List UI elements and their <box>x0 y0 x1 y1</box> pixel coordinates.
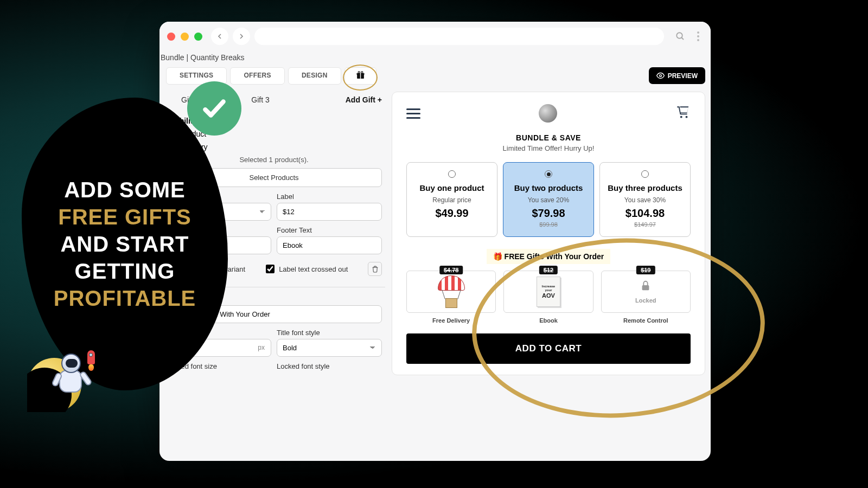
parachute-icon <box>438 275 465 308</box>
title-font-style-label: Title font style <box>277 329 382 337</box>
gift-name: Ebook <box>503 317 593 324</box>
close-window-icon[interactable] <box>167 33 175 41</box>
delete-button[interactable] <box>368 262 382 276</box>
free-gifts-banner: 🎁 FREE Gifts With Your Order <box>487 249 611 264</box>
gift-name: Free Delivery <box>406 317 496 324</box>
card-price: $49.99 <box>411 207 493 220</box>
svg-point-7 <box>659 75 661 77</box>
eye-icon <box>656 72 665 80</box>
sub-tab-gift-3[interactable]: Gift 3 <box>249 92 271 107</box>
cart-icon[interactable] <box>675 105 691 121</box>
title-font-style-select[interactable]: Bold <box>277 339 382 357</box>
card-sub: Regular price <box>411 196 493 204</box>
gift-item-3: $19 Locked Remote Control <box>601 271 691 324</box>
svg-rect-4 <box>360 73 360 79</box>
gift-item-2: $12 IncreaseyourAOV Ebook <box>503 271 593 324</box>
card-sub: You save 30% <box>604 196 686 204</box>
crossed-out-label: Label text crossed out <box>279 265 348 273</box>
footer-text-input[interactable] <box>277 236 382 254</box>
book-icon: IncreaseyourAOV <box>537 277 560 307</box>
back-button[interactable] <box>211 28 228 45</box>
bundle-card-3[interactable]: Buy three products You save 30% $104.98 … <box>599 162 691 237</box>
price-tag: $4.78 <box>439 266 463 274</box>
label-input[interactable] <box>277 203 382 221</box>
price-tag: $12 <box>539 266 558 274</box>
add-to-cart-button[interactable]: ADD TO CART <box>406 333 691 364</box>
bundle-card-2[interactable]: Buy two products You save 20% $79.98 $99… <box>503 162 594 237</box>
footer-text-label: Footer Text <box>277 226 382 234</box>
bundle-card-1[interactable]: Buy one product Regular price $49.99 <box>406 162 497 237</box>
tab-design[interactable]: DESIGN <box>288 67 341 85</box>
page-title: Bundle | Quantity Breaks <box>159 51 711 67</box>
radio-product[interactable]: Product <box>166 130 382 138</box>
card-title: Buy one product <box>411 183 493 193</box>
gift-item-1: $4.78 Free Delivery <box>406 271 496 324</box>
check-badge-icon <box>187 81 241 136</box>
gift-icon <box>356 70 365 80</box>
crossed-out-checkbox[interactable] <box>266 265 275 273</box>
headline-text: ADD SOME FREE GIFTS AND START GETTING PR… <box>54 176 196 312</box>
card-title: Buy three products <box>604 183 686 193</box>
forward-button[interactable] <box>233 28 250 45</box>
logo-icon <box>539 104 557 123</box>
mascot-illustration <box>27 347 103 412</box>
svg-rect-10 <box>642 285 649 290</box>
radio-icon <box>641 170 649 178</box>
main-tabs: SETTINGS OFFERS DESIGN <box>166 67 376 85</box>
preview-button[interactable]: PREVIEW <box>649 67 705 84</box>
svg-point-0 <box>676 33 682 38</box>
locked-font-style-label: Locked font style <box>277 362 382 370</box>
card-strike: $99.98 <box>508 221 589 228</box>
menu-icon[interactable] <box>406 108 420 119</box>
browser-window: Bundle | Quantity Breaks SETTINGS OFFERS… <box>159 22 711 461</box>
tab-offers[interactable]: OFFERS <box>230 67 284 85</box>
price-tag: $19 <box>636 266 655 274</box>
tab-gifts[interactable] <box>344 67 376 85</box>
card-price: $79.98 <box>508 207 589 220</box>
bundle-subtitle: Limited Time Offer! Hurry Up! <box>406 144 691 152</box>
card-title: Buy two products <box>508 183 589 193</box>
radio-icon <box>448 170 456 178</box>
svg-point-9 <box>686 116 688 118</box>
minimize-window-icon[interactable] <box>181 33 189 41</box>
maximize-window-icon[interactable] <box>194 33 202 41</box>
svg-point-6 <box>361 72 362 73</box>
label-field-label: Label <box>277 192 382 201</box>
px-unit: px <box>258 344 265 351</box>
browser-chrome <box>159 22 711 51</box>
search-icon[interactable] <box>672 28 689 45</box>
lock-icon <box>635 280 656 295</box>
add-gift-button[interactable]: Add Gift + <box>346 95 382 104</box>
trash-icon <box>372 266 379 273</box>
url-bar[interactable] <box>254 28 664 45</box>
traffic-lights <box>167 33 202 41</box>
preview-panel: BUNDLE & SAVE Limited Time Offer! Hurry … <box>392 92 705 375</box>
card-price: $104.98 <box>604 207 686 220</box>
gift-name: Remote Control <box>601 317 691 324</box>
card-sub: You save 20% <box>508 196 589 204</box>
bundle-title: BUNDLE & SAVE <box>406 133 691 142</box>
radio-icon <box>545 170 552 178</box>
more-menu-icon[interactable] <box>693 29 703 43</box>
svg-line-1 <box>681 37 684 40</box>
card-strike: $149.97 <box>604 221 686 228</box>
svg-point-5 <box>358 72 360 73</box>
svg-point-8 <box>680 116 682 118</box>
locked-label: Locked <box>635 297 656 304</box>
